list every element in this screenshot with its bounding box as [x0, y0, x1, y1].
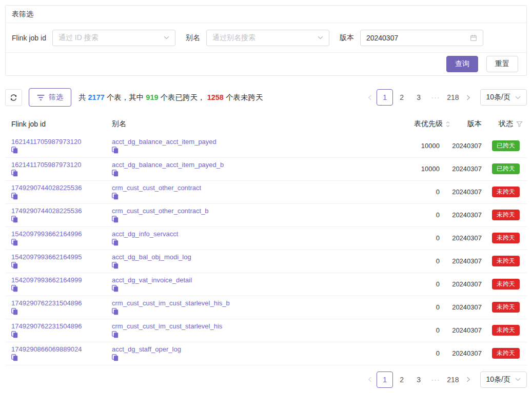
- table-row: 1749290866069889024 acct_dg_staff_oper_l…: [5, 342, 527, 365]
- copy-icon[interactable]: [11, 354, 112, 361]
- job-id-link[interactable]: 1749290744028225536: [11, 207, 82, 215]
- version-value: 20240307: [450, 226, 482, 250]
- summary-uncrossed-count: 1258: [207, 93, 224, 101]
- alias-link[interactable]: acct_dg_bal_obj_modi_log: [112, 253, 191, 261]
- priority-value: 10000: [382, 134, 450, 157]
- job-id-link[interactable]: 1542097993662164995: [11, 253, 82, 261]
- version-date-input[interactable]: 20240307: [360, 30, 483, 46]
- page-size-select[interactable]: 10条/页: [480, 89, 527, 106]
- alias-select[interactable]: 通过别名搜索: [206, 30, 329, 46]
- flink-job-id-placeholder: 通过 ID 搜索: [58, 33, 98, 43]
- reset-button[interactable]: 重置: [486, 56, 518, 72]
- copy-icon[interactable]: [11, 285, 112, 292]
- pagination-page[interactable]: 3: [410, 89, 427, 106]
- column-header-status: 状态: [482, 119, 523, 129]
- filter-panel-title: 表筛选: [12, 10, 33, 19]
- filter-panel-header: 表筛选: [6, 6, 526, 23]
- sorter-icon[interactable]: [446, 121, 450, 127]
- job-id-link[interactable]: 1749290762231504896: [11, 299, 82, 307]
- filter-button[interactable]: 筛选: [29, 88, 71, 107]
- page-size-value: 10条/页: [486, 93, 510, 102]
- pagination-page[interactable]: 1: [377, 371, 393, 388]
- job-id-link[interactable]: 1621411705987973120: [11, 138, 81, 146]
- alias-link[interactable]: crm_cust_cust_im_cust_starlevel_his_b: [112, 299, 230, 307]
- calendar-icon: [470, 34, 477, 42]
- pagination-next[interactable]: [462, 371, 475, 388]
- copy-icon[interactable]: [112, 331, 382, 338]
- copy-icon[interactable]: [112, 147, 382, 154]
- table-summary: 共 2177 个表，其中 919 个表已跨天， 1258 个表未跨天: [78, 93, 263, 102]
- copy-icon[interactable]: [112, 285, 382, 292]
- job-id-link[interactable]: 1749290744028225536: [11, 184, 82, 192]
- copy-icon[interactable]: [11, 262, 112, 269]
- priority-value: 10000: [382, 157, 450, 180]
- pagination-ellipsis: ···: [427, 371, 444, 388]
- table-row: 1542097993662164996 acct_dg_info_servacc…: [5, 226, 527, 250]
- flink-job-id-select[interactable]: 通过 ID 搜索: [52, 30, 175, 46]
- copy-icon[interactable]: [112, 170, 382, 177]
- copy-icon[interactable]: [112, 239, 382, 246]
- copy-icon[interactable]: [112, 308, 382, 315]
- alias-link[interactable]: acct_dg_balance_acct_item_payed: [112, 138, 216, 146]
- search-button[interactable]: 查询: [446, 56, 478, 72]
- alias-link[interactable]: acct_dg_info_servacct: [112, 230, 178, 238]
- copy-icon[interactable]: [11, 331, 112, 338]
- version-field-group: 版本 20240307: [340, 30, 483, 46]
- pagination-page[interactable]: 218: [444, 371, 461, 388]
- copy-icon[interactable]: [11, 308, 112, 315]
- status-badge: 已跨天: [492, 140, 520, 151]
- status-badge: 未跨天: [492, 302, 520, 313]
- version-value: 20240307: [450, 180, 482, 203]
- job-id-link[interactable]: 1542097993662164996: [11, 230, 82, 238]
- summary-suffix: 个表未跨天: [224, 93, 263, 101]
- copy-icon[interactable]: [112, 216, 382, 223]
- pagination-page[interactable]: 3: [410, 371, 427, 388]
- filter-panel: 表筛选 Flink job id 通过 ID 搜索 别名 通过别名搜索: [5, 5, 527, 76]
- copy-icon[interactable]: [112, 354, 382, 361]
- alias-link[interactable]: acct_dg_vat_invoice_detail: [112, 276, 192, 284]
- sync-icon: [10, 94, 17, 101]
- pagination-prev[interactable]: [363, 89, 377, 106]
- job-id-link[interactable]: 1621411705987973120: [11, 161, 81, 169]
- chevron-down-icon: [515, 96, 521, 99]
- priority-value: 0: [382, 250, 450, 273]
- priority-header-label: 表优先级: [414, 119, 443, 129]
- status-badge: 未跨天: [492, 348, 520, 359]
- summary-prefix: 共: [78, 93, 88, 101]
- copy-icon[interactable]: [11, 216, 112, 223]
- copy-icon[interactable]: [11, 193, 112, 200]
- job-id-link[interactable]: 1749290762231504896: [11, 322, 82, 330]
- pagination-prev[interactable]: [363, 371, 377, 388]
- pagination-page[interactable]: 2: [393, 89, 410, 106]
- copy-icon[interactable]: [11, 170, 112, 177]
- filter-funnel-icon[interactable]: [516, 121, 523, 128]
- alias-link[interactable]: acct_dg_staff_oper_log: [112, 345, 181, 353]
- filter-lines-icon: [37, 94, 45, 101]
- pagination-next[interactable]: [462, 89, 475, 106]
- column-header-priority[interactable]: 表优先级: [382, 119, 450, 129]
- status-badge: 未跨天: [492, 325, 520, 336]
- alias-link[interactable]: crm_cust_cust_other_contract_b: [112, 207, 209, 215]
- alias-link[interactable]: crm_cust_cust_im_cust_starlevel_his: [112, 322, 222, 330]
- alias-link[interactable]: acct_dg_balance_acct_item_payed_b: [112, 161, 224, 169]
- summary-crossed-count: 919: [146, 93, 158, 101]
- pagination-page[interactable]: 2: [393, 371, 410, 388]
- job-id-link[interactable]: 1749290866069889024: [11, 345, 82, 353]
- status-badge: 未跨天: [492, 256, 520, 266]
- alias-label: 别名: [186, 33, 200, 43]
- summary-mid1: 个表，其中: [105, 93, 146, 101]
- table-toolbar: 筛选 共 2177 个表，其中 919 个表已跨天， 1258 个表未跨天 12…: [5, 88, 527, 107]
- copy-icon[interactable]: [112, 193, 382, 200]
- refresh-button[interactable]: [5, 89, 22, 106]
- pagination-page[interactable]: 1: [377, 89, 393, 106]
- page-size-select[interactable]: 10条/页: [480, 371, 527, 388]
- copy-icon[interactable]: [11, 239, 112, 246]
- copy-icon[interactable]: [11, 147, 112, 154]
- job-id-link[interactable]: 1542097993662164999: [11, 276, 82, 284]
- status-badge: 未跨天: [492, 210, 520, 220]
- copy-icon[interactable]: [112, 262, 382, 269]
- alias-placeholder: 通过别名搜索: [212, 33, 255, 43]
- priority-value: 0: [382, 226, 450, 250]
- pagination-page[interactable]: 218: [444, 89, 461, 106]
- alias-link[interactable]: crm_cust_cust_other_contract: [112, 184, 201, 192]
